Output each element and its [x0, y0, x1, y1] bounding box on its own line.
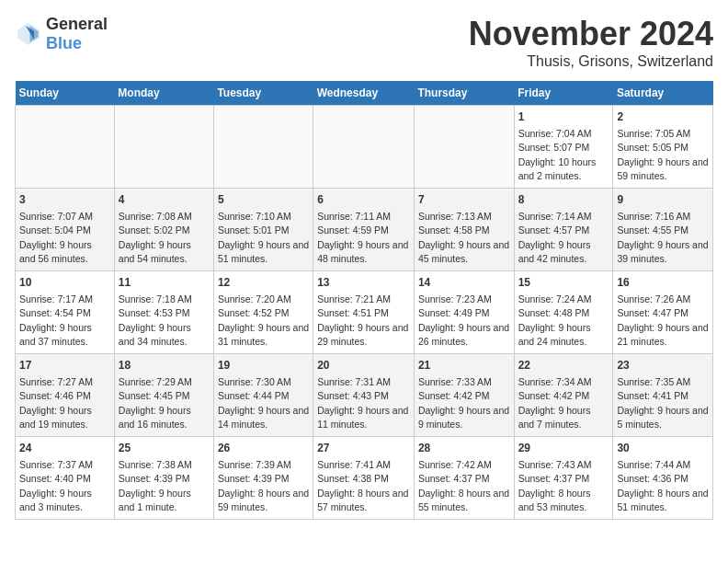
- day-number: 9: [617, 192, 709, 208]
- title-section: November 2024 Thusis, Grisons, Switzerla…: [469, 15, 713, 70]
- day-info: Sunrise: 7:07 AM Sunset: 5:04 PM Dayligh…: [19, 211, 93, 264]
- day-number: 15: [518, 275, 609, 291]
- day-number: 7: [418, 192, 510, 208]
- day-cell: 12Sunrise: 7:20 AM Sunset: 4:52 PM Dayli…: [213, 271, 313, 354]
- logo: General Blue: [15, 15, 108, 53]
- day-cell: 15Sunrise: 7:24 AM Sunset: 4:48 PM Dayli…: [514, 271, 613, 354]
- day-cell: 2Sunrise: 7:05 AM Sunset: 5:05 PM Daylig…: [613, 106, 713, 189]
- day-info: Sunrise: 7:38 AM Sunset: 4:39 PM Dayligh…: [119, 459, 192, 512]
- day-number: 24: [19, 441, 110, 456]
- day-info: Sunrise: 7:43 AM Sunset: 4:37 PM Dayligh…: [518, 459, 592, 512]
- day-cell: 11Sunrise: 7:18 AM Sunset: 4:53 PM Dayli…: [114, 271, 213, 354]
- day-number: 25: [119, 441, 210, 456]
- day-number: 11: [119, 275, 210, 291]
- day-info: Sunrise: 7:37 AM Sunset: 4:40 PM Dayligh…: [19, 459, 93, 512]
- day-cell: 6Sunrise: 7:11 AM Sunset: 4:59 PM Daylig…: [313, 189, 415, 271]
- weekday-header-wednesday: Wednesday: [313, 81, 415, 106]
- day-number: 17: [19, 358, 110, 373]
- day-cell: 19Sunrise: 7:30 AM Sunset: 4:44 PM Dayli…: [213, 354, 313, 437]
- day-info: Sunrise: 7:44 AM Sunset: 4:36 PM Dayligh…: [617, 459, 708, 512]
- day-cell: 14Sunrise: 7:23 AM Sunset: 4:49 PM Dayli…: [414, 271, 514, 354]
- day-info: Sunrise: 7:18 AM Sunset: 4:53 PM Dayligh…: [119, 293, 192, 347]
- day-number: 3: [19, 192, 110, 208]
- day-number: 18: [119, 358, 210, 373]
- day-info: Sunrise: 7:27 AM Sunset: 4:46 PM Dayligh…: [19, 376, 93, 430]
- day-info: Sunrise: 7:16 AM Sunset: 4:55 PM Dayligh…: [617, 211, 708, 264]
- day-cell: 30Sunrise: 7:44 AM Sunset: 4:36 PM Dayli…: [613, 437, 713, 520]
- weekday-header-row: SundayMondayTuesdayWednesdayThursdayFrid…: [16, 81, 713, 106]
- day-number: 28: [418, 441, 510, 456]
- day-info: Sunrise: 7:33 AM Sunset: 4:42 PM Dayligh…: [418, 376, 509, 430]
- day-number: 23: [617, 358, 709, 373]
- day-cell: [313, 106, 415, 189]
- day-info: Sunrise: 7:11 AM Sunset: 4:59 PM Dayligh…: [317, 211, 408, 264]
- day-info: Sunrise: 7:14 AM Sunset: 4:57 PM Dayligh…: [518, 211, 592, 264]
- day-info: Sunrise: 7:23 AM Sunset: 4:49 PM Dayligh…: [418, 293, 509, 347]
- location-title: Thusis, Grisons, Switzerland: [469, 53, 713, 70]
- day-cell: 26Sunrise: 7:39 AM Sunset: 4:39 PM Dayli…: [213, 437, 313, 520]
- day-number: 29: [518, 441, 609, 456]
- day-cell: 23Sunrise: 7:35 AM Sunset: 4:41 PM Dayli…: [613, 354, 713, 437]
- weekday-header-sunday: Sunday: [16, 81, 115, 106]
- day-info: Sunrise: 7:21 AM Sunset: 4:51 PM Dayligh…: [317, 293, 408, 347]
- day-info: Sunrise: 7:29 AM Sunset: 4:45 PM Dayligh…: [119, 376, 192, 430]
- day-cell: 1Sunrise: 7:04 AM Sunset: 5:07 PM Daylig…: [514, 106, 613, 189]
- day-cell: 17Sunrise: 7:27 AM Sunset: 4:46 PM Dayli…: [16, 354, 115, 437]
- day-cell: 25Sunrise: 7:38 AM Sunset: 4:39 PM Dayli…: [114, 437, 213, 520]
- day-info: Sunrise: 7:34 AM Sunset: 4:42 PM Dayligh…: [518, 376, 592, 430]
- logo-icon: [15, 20, 42, 48]
- day-cell: 22Sunrise: 7:34 AM Sunset: 4:42 PM Dayli…: [514, 354, 613, 437]
- calendar-table: SundayMondayTuesdayWednesdayThursdayFrid…: [15, 81, 713, 520]
- day-cell: 18Sunrise: 7:29 AM Sunset: 4:45 PM Dayli…: [114, 354, 213, 437]
- day-info: Sunrise: 7:13 AM Sunset: 4:58 PM Dayligh…: [418, 211, 509, 264]
- day-cell: 5Sunrise: 7:10 AM Sunset: 5:01 PM Daylig…: [213, 189, 313, 271]
- day-number: 22: [518, 358, 609, 373]
- week-row-1: 1Sunrise: 7:04 AM Sunset: 5:07 PM Daylig…: [16, 106, 713, 189]
- day-number: 4: [119, 192, 210, 208]
- weekday-header-friday: Friday: [514, 81, 613, 106]
- month-title: November 2024: [469, 15, 713, 53]
- week-row-4: 17Sunrise: 7:27 AM Sunset: 4:46 PM Dayli…: [16, 354, 713, 437]
- day-info: Sunrise: 7:08 AM Sunset: 5:02 PM Dayligh…: [119, 211, 192, 264]
- day-info: Sunrise: 7:24 AM Sunset: 4:48 PM Dayligh…: [518, 293, 592, 347]
- day-number: 21: [418, 358, 510, 373]
- day-cell: 13Sunrise: 7:21 AM Sunset: 4:51 PM Dayli…: [313, 271, 415, 354]
- day-info: Sunrise: 7:31 AM Sunset: 4:43 PM Dayligh…: [317, 376, 408, 430]
- day-info: Sunrise: 7:17 AM Sunset: 4:54 PM Dayligh…: [19, 293, 93, 347]
- day-number: 13: [317, 275, 410, 291]
- day-info: Sunrise: 7:20 AM Sunset: 4:52 PM Dayligh…: [218, 293, 309, 347]
- day-cell: 7Sunrise: 7:13 AM Sunset: 4:58 PM Daylig…: [414, 189, 514, 271]
- day-info: Sunrise: 7:05 AM Sunset: 5:05 PM Dayligh…: [617, 128, 708, 181]
- day-cell: 8Sunrise: 7:14 AM Sunset: 4:57 PM Daylig…: [514, 189, 613, 271]
- week-row-2: 3Sunrise: 7:07 AM Sunset: 5:04 PM Daylig…: [16, 189, 713, 271]
- day-info: Sunrise: 7:35 AM Sunset: 4:41 PM Dayligh…: [617, 376, 708, 430]
- day-number: 26: [218, 441, 309, 456]
- day-cell: [16, 106, 115, 189]
- day-cell: [114, 106, 213, 189]
- header: General Blue November 2024 Thusis, Griso…: [15, 15, 713, 70]
- week-row-5: 24Sunrise: 7:37 AM Sunset: 4:40 PM Dayli…: [16, 437, 713, 520]
- weekday-header-saturday: Saturday: [613, 81, 713, 106]
- day-number: 1: [518, 109, 609, 125]
- day-cell: 21Sunrise: 7:33 AM Sunset: 4:42 PM Dayli…: [414, 354, 514, 437]
- day-number: 12: [218, 275, 309, 291]
- day-number: 19: [218, 358, 309, 373]
- day-info: Sunrise: 7:42 AM Sunset: 4:37 PM Dayligh…: [418, 459, 509, 512]
- day-info: Sunrise: 7:04 AM Sunset: 5:07 PM Dayligh…: [518, 128, 597, 181]
- day-cell: 29Sunrise: 7:43 AM Sunset: 4:37 PM Dayli…: [514, 437, 613, 520]
- day-cell: [213, 106, 313, 189]
- day-cell: 10Sunrise: 7:17 AM Sunset: 4:54 PM Dayli…: [16, 271, 115, 354]
- day-cell: 20Sunrise: 7:31 AM Sunset: 4:43 PM Dayli…: [313, 354, 415, 437]
- day-number: 8: [518, 192, 609, 208]
- day-cell: 9Sunrise: 7:16 AM Sunset: 4:55 PM Daylig…: [613, 189, 713, 271]
- day-number: 27: [317, 441, 410, 456]
- day-cell: [414, 106, 514, 189]
- day-number: 5: [218, 192, 309, 208]
- day-number: 10: [19, 275, 110, 291]
- day-number: 6: [317, 192, 410, 208]
- day-number: 20: [317, 358, 410, 373]
- day-number: 16: [617, 275, 709, 291]
- day-info: Sunrise: 7:41 AM Sunset: 4:38 PM Dayligh…: [317, 459, 408, 512]
- day-cell: 16Sunrise: 7:26 AM Sunset: 4:47 PM Dayli…: [613, 271, 713, 354]
- day-info: Sunrise: 7:39 AM Sunset: 4:39 PM Dayligh…: [218, 459, 309, 512]
